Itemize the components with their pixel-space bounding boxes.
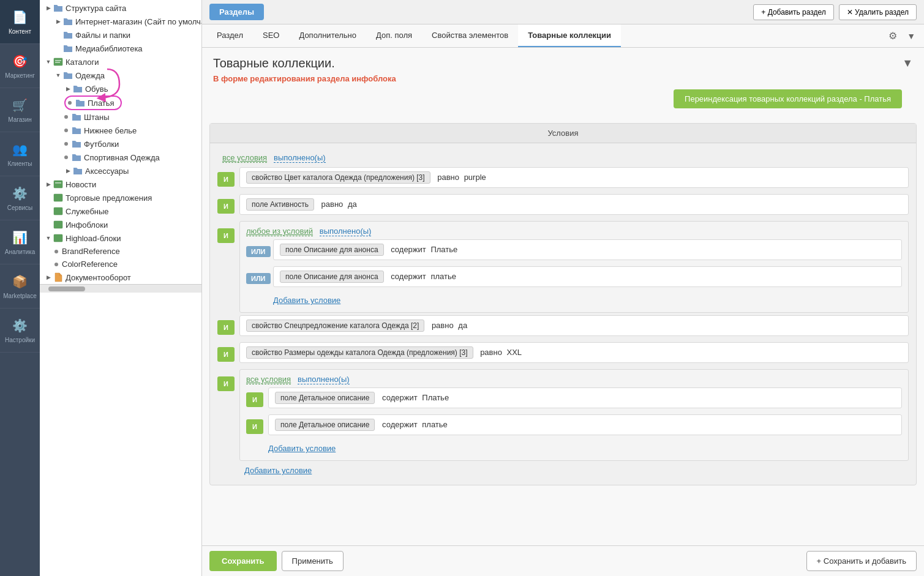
bullet-icon [64, 155, 68, 159]
tree-item-obuv[interactable]: ▶ Обувь [40, 82, 201, 95]
shop-icon: 🛒 [12, 97, 29, 114]
sidebar-item-shop[interactable]: 🛒 Магазин [0, 88, 40, 132]
tree-item-brand-ref[interactable]: BrandReference [40, 245, 201, 258]
fulfilled-link-6[interactable]: выполнено(ы) [298, 375, 350, 384]
arrow-icon: ▼ [54, 72, 62, 79]
fulfilled-link[interactable]: выполнено(ы) [274, 153, 326, 163]
sidebar-item-marketplace[interactable]: 📦 Marketplace [0, 264, 40, 309]
tree-item-internet-shop[interactable]: ▶ Интернет-магазин (Сайт по умолчан… [40, 15, 201, 28]
delete-section-button[interactable]: ✕ Удалить раздел [839, 4, 917, 20]
sub-cond-op-3-2: содержит [391, 272, 426, 281]
tabs-bar: Раздел SEO Дополнительно Доп. поля Свойс… [202, 24, 924, 48]
sidebar-item-marketing[interactable]: 🎯 Маркетинг [0, 44, 40, 88]
save-button[interactable]: Сохранить [209, 551, 277, 571]
tree-item-platya[interactable]: Платья [64, 95, 122, 110]
tree-item-shtany[interactable]: Штаны [40, 110, 201, 124]
conditions-body: все условия выполнено(ы) И свойство Цвет… [210, 143, 916, 485]
tree-label: Файлы и папки [75, 31, 130, 40]
tree-item-sportivnaya[interactable]: Спортивная Одежда [40, 151, 201, 164]
folder-icon [75, 98, 85, 108]
sub-cond-op-3-1: содержит [391, 245, 426, 254]
add-condition-link-6[interactable]: Добавить условие [246, 441, 902, 455]
all-conditions-link-6[interactable]: все условия [246, 375, 291, 384]
tree-item-accessories[interactable]: ▶ Аксессуары [40, 164, 201, 178]
condition-field-1: свойство Цвет каталога Одежда (предложен… [246, 171, 430, 184]
sections-button[interactable]: Разделы [209, 4, 264, 20]
tree-item-catalogs[interactable]: ▼ Каталоги [40, 55, 201, 69]
svg-rect-3 [54, 181, 62, 188]
settings-icon: ⚙️ [12, 317, 29, 334]
tab-product-collections[interactable]: Товарные коллекции [518, 24, 621, 47]
all-conditions-link[interactable]: все условия [222, 153, 267, 163]
sidebar-item-content[interactable]: 📄 Контент [0, 0, 40, 44]
tab-seo[interactable]: SEO [253, 24, 289, 47]
tree-item-novosti[interactable]: ▶ Новости [40, 178, 201, 191]
add-condition-link-3[interactable]: Добавить условие [246, 293, 902, 307]
sidebar-item-services[interactable]: ⚙️ Сервисы [0, 176, 40, 220]
sub-cond-row-6-2: И поле Детальное описание содержит плать… [246, 414, 902, 439]
bullet-icon [54, 250, 58, 253]
tree-item-service[interactable]: ▶ Служебные [40, 204, 201, 218]
trade-icon [53, 193, 63, 203]
save-add-button[interactable]: + Сохранить и добавить [806, 551, 917, 571]
and-badge-1: И [217, 172, 235, 187]
tree-label: Торговые предложения [66, 193, 152, 203]
tree-item-nizhnee-belye[interactable]: Нижнее белье [40, 124, 201, 137]
sub-cond-block-3-1: поле Описание для анонса содержит Платье [273, 239, 902, 260]
add-condition-bottom-link[interactable]: Добавить условие [217, 463, 909, 477]
condition-row-3: И любое из условий выполнено(ы) ИЛИ [217, 221, 909, 313]
arrow-icon: ▶ [45, 274, 52, 281]
sidebar: 📄 Контент 🎯 Маркетинг 🛒 Магазин 👥 Клиент… [0, 0, 40, 576]
tab-section[interactable]: Раздел [207, 24, 253, 47]
tree-item-media[interactable]: ▶ Медиабиблиотека [40, 42, 201, 55]
tree-item-odezhda[interactable]: ▼ Одежда [40, 69, 201, 82]
apply-button[interactable]: Применить [282, 551, 344, 571]
arrow-icon: ▼ [45, 58, 52, 65]
and-badge-area-6-1: И [246, 390, 268, 410]
arrow-icon: ▶ [45, 181, 52, 188]
sidebar-label-clients: Клиенты [7, 160, 32, 167]
bottom-spacer [202, 485, 924, 498]
tree-item-highload[interactable]: ▼ Highload-блоки [40, 231, 201, 245]
tree-label: Интернет-магазин (Сайт по умолчан… [75, 17, 202, 26]
gear-icon[interactable]: ⚙ [882, 25, 903, 47]
condition-row-5: И свойство Размеры одежды каталога Одежд… [217, 342, 909, 367]
svg-rect-1 [55, 60, 61, 61]
condition-operator-2: равно [321, 200, 344, 209]
tab-element-props[interactable]: Свойства элементов [422, 24, 518, 47]
tree-item-files[interactable]: ▶ Файлы и папки [40, 28, 201, 42]
tree-scrollbar[interactable] [40, 284, 201, 293]
condition-row-6: И все условия выполнено(ы) И [217, 369, 909, 461]
tab-additional[interactable]: Дополнительно [289, 24, 366, 47]
sidebar-item-settings[interactable]: ⚙️ Настройки [0, 309, 40, 353]
arrow-icon: ▶ [64, 167, 72, 174]
tree-item-futbolki[interactable]: Футболки [40, 137, 201, 151]
tree-item-site-structure[interactable]: ▶ Структура сайта [40, 1, 201, 15]
or-badge-3-2: ИЛИ [246, 273, 271, 284]
condition-row-2: И поле Активность равно да [217, 194, 909, 219]
fulfilled-link-3[interactable]: выполнено(ы) [320, 226, 372, 236]
tab-extra-fields[interactable]: Доп. поля [366, 24, 422, 47]
reindex-button[interactable]: Переиндексация товарных коллекций раздел… [674, 89, 902, 108]
sub-cond-field-3-2: поле Описание для анонса [280, 271, 384, 283]
footer-left: Сохранить Применить [209, 551, 344, 571]
tree-item-infobloki[interactable]: ▶ Инфоблоки [40, 218, 201, 231]
condition-value-1: purple [464, 173, 486, 182]
all-conditions-row: все условия выполнено(ы) [217, 151, 909, 167]
and-badge-4: И [217, 320, 235, 335]
tree-item-trade[interactable]: ▶ Торговые предложения [40, 191, 201, 204]
tree-label: Аксессуары [85, 166, 129, 176]
add-section-button[interactable]: + Добавить раздел [753, 4, 833, 20]
subgroup-3: любое из условий выполнено(ы) ИЛИ поле О… [239, 221, 909, 313]
hint-text: В форме редактирования раздела инфоблока [202, 74, 924, 89]
tree-item-documents[interactable]: ▶ Документооборот [40, 271, 201, 284]
sidebar-item-clients[interactable]: 👥 Клиенты [0, 132, 40, 176]
tree-item-color-ref[interactable]: ColorReference [40, 258, 201, 271]
any-conditions-link-3[interactable]: любое из условий [246, 226, 313, 236]
folder-icon [72, 112, 81, 122]
chevron-down-icon[interactable]: ▼ [903, 26, 919, 46]
chevron-down-icon[interactable]: ▼ [902, 57, 913, 70]
condition-block-2: поле Активность равно да [239, 194, 909, 215]
sidebar-item-analytics[interactable]: 📊 Аналитика [0, 220, 40, 264]
condition-block-4: свойство Спецпредложение каталога Одежда… [239, 315, 909, 336]
